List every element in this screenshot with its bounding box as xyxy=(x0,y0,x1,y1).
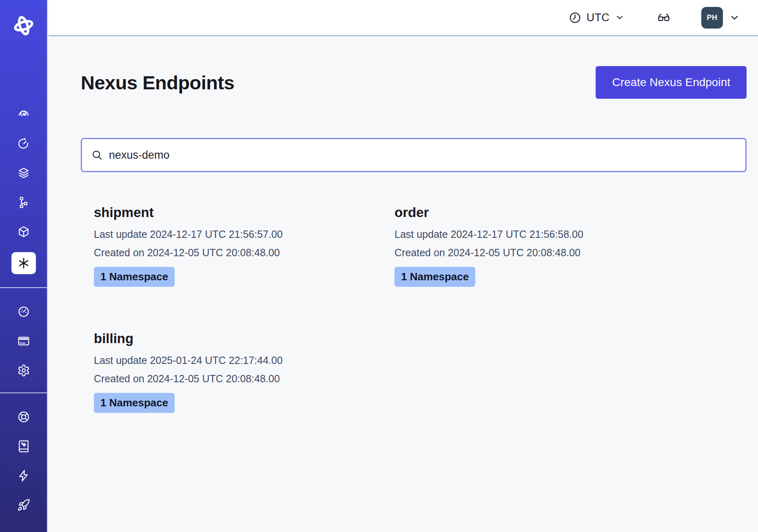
eye-spiral-icon xyxy=(17,108,30,121)
namespace-badge: 1 Namespace xyxy=(395,267,475,287)
endpoint-name: shipment xyxy=(94,205,381,220)
sidebar-group-help xyxy=(0,408,47,514)
sidebar-group-main xyxy=(0,105,47,274)
endpoint-created-on: Created on 2024-12-05 UTC 20:08:48.00 xyxy=(94,373,381,385)
book-sparkles-icon xyxy=(17,440,30,453)
lightning-icon xyxy=(17,469,30,482)
search-input[interactable] xyxy=(109,149,736,162)
cube-icon xyxy=(17,225,30,238)
layers-icon xyxy=(17,166,30,180)
clock-icon xyxy=(569,11,581,24)
sidebar-item-task-queues[interactable] xyxy=(11,193,36,211)
endpoint-card-order[interactable]: order Last update 2024-12-17 UTC 21:56:5… xyxy=(381,205,682,287)
sidebar-item-settings[interactable] xyxy=(11,361,36,379)
sidebar-item-batch[interactable] xyxy=(11,164,36,182)
life-ring-icon xyxy=(17,410,30,423)
sidebar-item-docs[interactable] xyxy=(11,437,36,455)
namespace-badge: 1 Namespace xyxy=(94,267,175,287)
credit-card-icon xyxy=(17,335,30,348)
endpoint-created-on: Created on 2024-12-05 UTC 20:08:48.00 xyxy=(94,247,381,259)
timezone-label: UTC xyxy=(587,11,610,24)
incognito-toggle[interactable] xyxy=(656,11,672,24)
temporal-logo[interactable] xyxy=(11,12,36,39)
sidebar-group-account xyxy=(0,303,47,379)
gauge-icon xyxy=(17,305,30,318)
top-bar: UTC PH xyxy=(49,0,758,36)
gear-icon xyxy=(17,364,30,377)
sidebar-item-namespaces[interactable] xyxy=(11,105,36,123)
endpoint-name: order xyxy=(395,205,682,220)
sidebar-item-deployments[interactable] xyxy=(11,223,36,241)
sidebar-item-support[interactable] xyxy=(11,408,36,426)
glasses-icon xyxy=(656,11,672,24)
sidebar-item-feedback[interactable] xyxy=(11,467,36,485)
sidebar xyxy=(0,0,48,532)
sidebar-item-nexus[interactable] xyxy=(11,252,36,274)
namespace-badge: 1 Namespace xyxy=(94,393,175,413)
page-title: Nexus Endpoints xyxy=(81,71,234,94)
sidebar-item-getting-started[interactable] xyxy=(11,496,36,514)
workflow-tree-icon xyxy=(17,196,30,209)
endpoint-last-update: Last update 2024-12-17 UTC 21:56:57.00 xyxy=(94,228,381,240)
sidebar-item-schedules[interactable] xyxy=(11,135,36,153)
sidebar-divider xyxy=(0,392,47,393)
endpoint-last-update: Last update 2024-12-17 UTC 21:56:58.00 xyxy=(395,228,682,240)
asterisk-nexus-icon xyxy=(17,257,30,270)
user-avatar[interactable]: PH xyxy=(701,7,723,29)
timer-icon xyxy=(17,137,30,150)
endpoint-name: billing xyxy=(94,331,381,346)
sidebar-divider xyxy=(0,287,47,288)
endpoint-card-billing[interactable]: billing Last update 2025-01-24 UTC 22:17… xyxy=(81,331,381,413)
endpoint-grid: shipment Last update 2024-12-17 UTC 21:5… xyxy=(81,205,747,413)
chevron-down-icon xyxy=(615,13,625,22)
sidebar-item-usage[interactable] xyxy=(11,303,36,321)
avatar-initials: PH xyxy=(707,13,717,22)
endpoint-created-on: Created on 2024-12-05 UTC 20:08:48.00 xyxy=(395,247,682,259)
timezone-selector[interactable]: UTC xyxy=(569,11,625,24)
main-content: Nexus Endpoints Create Nexus Endpoint sh… xyxy=(49,38,758,532)
chevron-down-icon xyxy=(729,12,740,23)
endpoint-last-update: Last update 2025-01-24 UTC 22:17:44.00 xyxy=(94,355,381,366)
endpoint-card-shipment[interactable]: shipment Last update 2024-12-17 UTC 21:5… xyxy=(81,205,381,287)
search-icon xyxy=(91,149,103,161)
create-nexus-endpoint-button[interactable]: Create Nexus Endpoint xyxy=(596,66,747,99)
rocket-icon xyxy=(17,499,30,512)
user-menu-button[interactable] xyxy=(729,12,740,23)
search-box[interactable] xyxy=(81,138,747,172)
sidebar-item-billing[interactable] xyxy=(11,332,36,350)
